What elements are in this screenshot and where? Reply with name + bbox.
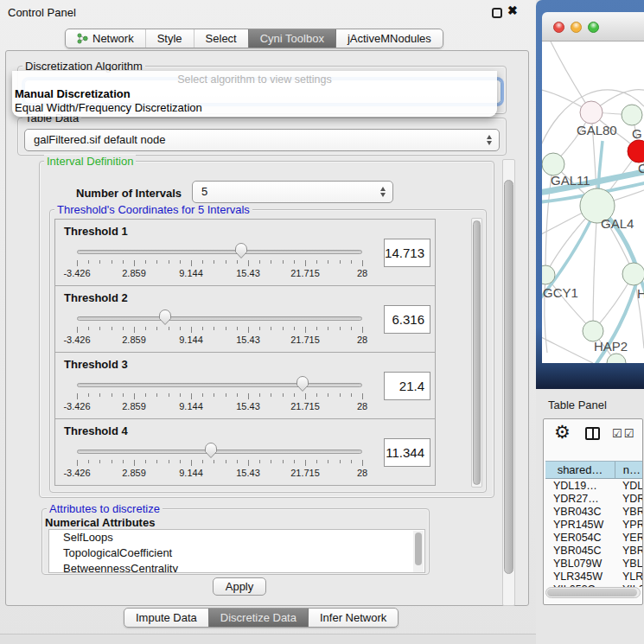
table-row[interactable]: YBR045C YBR0… (545, 545, 642, 558)
close-button[interactable]: ✖ (507, 3, 518, 17)
tick-mark (134, 393, 135, 399)
table-horizontal-scrollbar[interactable] (545, 587, 641, 598)
tab-style[interactable]: Style (145, 29, 194, 48)
table-row[interactable]: YDR27… YDR2… (545, 493, 642, 506)
table-row[interactable]: YLR345W YLR3… (545, 571, 642, 583)
threshold-4-value-field[interactable]: 11.344 (384, 438, 430, 467)
threshold-1-slider[interactable]: -3.4262.8599.14415.4321.71528 (77, 242, 362, 282)
table-row[interactable]: YPR145W YPR1… (545, 519, 642, 532)
list-item-topologicalcoefficient[interactable]: TopologicalCoefficient (49, 545, 424, 561)
tick-label: 9.144 (179, 401, 203, 411)
slider-track[interactable] (77, 250, 362, 254)
main-vertical-scrollbar-thumb[interactable] (504, 180, 513, 574)
thresholds-scrollbar[interactable] (471, 218, 482, 488)
tick-label: 21.715 (290, 468, 320, 478)
attributes-list-scrollbar[interactable] (413, 531, 424, 573)
minimize-traffic-light[interactable] (571, 22, 582, 33)
gear-icon[interactable]: ⚙ (554, 423, 571, 441)
slider-ticks (77, 460, 362, 467)
select-columns-icon[interactable]: ☑☑ (612, 427, 635, 440)
column-header-shared[interactable]: shared… (545, 462, 615, 478)
algorithm-option-equal-width-frequency[interactable]: Equal Width/Frequency Discretization (15, 101, 202, 114)
table-row[interactable]: YDL19… YDL1… (545, 480, 642, 493)
tick-mark (316, 327, 317, 330)
tick-mark (316, 460, 317, 463)
zoom-traffic-light[interactable] (588, 22, 599, 33)
slider-thumb[interactable] (234, 242, 248, 259)
tick-mark (340, 260, 341, 264)
number-of-intervals-value: 5 (201, 185, 207, 198)
slider-ticks (77, 393, 362, 400)
threshold-1-value-field[interactable]: 14.713 (384, 239, 430, 267)
cell: YDR27… (545, 493, 615, 506)
tab-cyni-toolbox[interactable]: Cyni Toolbox (248, 29, 335, 48)
table-horizontal-scrollbar-thumb[interactable] (547, 589, 637, 596)
number-of-intervals-select[interactable]: 5 (192, 181, 393, 203)
node-label-gcy1: GCY1 (543, 285, 578, 300)
cell: YBR0… (615, 506, 642, 519)
slider-track[interactable] (77, 316, 362, 321)
tab-label: Infer Network (320, 611, 386, 624)
tab-network[interactable]: Network (66, 29, 145, 48)
spinner-arrows-icon (380, 187, 386, 197)
tick-mark (362, 260, 363, 266)
float-window-button[interactable] (492, 8, 502, 18)
attributes-list-scrollbar-thumb[interactable] (415, 532, 422, 565)
threshold-2-slider[interactable]: -3.4262.8599.14415.4321.71528 (77, 309, 362, 348)
threshold-3-value-field[interactable]: 21.4 (384, 372, 430, 400)
main-vertical-scrollbar[interactable] (502, 159, 515, 606)
algorithm-placeholder-option[interactable]: Select algorithm to view settings (12, 73, 497, 86)
slider-track[interactable] (77, 450, 362, 454)
node-top-right[interactable] (622, 105, 642, 125)
node-label-gal4: GAL4 (601, 216, 634, 231)
tab-impute-data[interactable]: Impute Data (124, 609, 208, 627)
tick-mark (305, 260, 306, 266)
node-right-mid[interactable] (622, 263, 644, 285)
table-data-selected-value: galFiltered.sif default node (34, 133, 165, 146)
tab-select[interactable]: Select (194, 29, 248, 48)
tick-mark (99, 393, 100, 397)
slider-thumb[interactable] (296, 375, 309, 392)
tick-mark (328, 393, 328, 397)
tick-mark (340, 460, 341, 463)
tick-mark (77, 327, 78, 333)
tick-label: -3.426 (63, 268, 90, 278)
list-item-selfloops[interactable]: SelfLoops (49, 530, 424, 545)
threshold-3-slider[interactable]: -3.4262.8599.14415.4321.71528 (77, 375, 362, 415)
tick-label: 9.144 (179, 468, 203, 478)
apply-button[interactable]: Apply (213, 577, 266, 596)
tick-mark (191, 393, 192, 399)
node-bottom-partial[interactable] (607, 354, 626, 363)
network-canvas[interactable]: GAL80 G C GAL11 GAL4 GCY1 H HAP2 (542, 41, 644, 363)
thresholds-scrollbar-thumb[interactable] (473, 220, 481, 485)
tab-discretize-data[interactable]: Discretize Data (208, 609, 308, 627)
threshold-4-slider[interactable]: -3.4262.8599.14415.4321.71528 (77, 442, 362, 481)
split-columns-icon[interactable] (585, 427, 600, 440)
slider-track[interactable] (77, 383, 362, 387)
close-traffic-light[interactable] (553, 22, 564, 33)
tick-mark (134, 260, 135, 266)
list-item-betweennesscentrality[interactable]: BetweennessCentrality (49, 561, 424, 573)
table-row[interactable]: YER054C YER0… (545, 532, 642, 545)
threshold-2-value-field[interactable]: 6.316 (384, 305, 430, 334)
table-data-select[interactable]: galFiltered.sif default node (24, 129, 500, 151)
tick-mark (156, 260, 157, 264)
column-header-name[interactable]: n… (615, 462, 642, 478)
spinner-arrows-icon (487, 135, 492, 145)
tick-mark (283, 260, 284, 264)
tick-mark (351, 393, 352, 397)
tab-infer-network[interactable]: Infer Network (308, 609, 398, 627)
table-row[interactable]: YBL079W YBL0… (545, 558, 642, 571)
tick-mark (248, 260, 249, 266)
table-row[interactable]: YBR043C YBR0… (545, 506, 642, 519)
algorithm-option-manual-discretization[interactable]: Manual Discretization (15, 87, 131, 100)
tick-mark (294, 460, 295, 463)
tick-label: 2.859 (122, 335, 146, 345)
slider-thumb[interactable] (204, 442, 218, 459)
tab-jactivemnodules[interactable]: jActiveMNodules (335, 29, 443, 48)
tick-mark (271, 327, 271, 330)
node-pink[interactable] (580, 101, 603, 124)
slider-thumb[interactable] (158, 309, 172, 326)
tick-mark (191, 327, 192, 333)
tick-mark (237, 393, 238, 397)
